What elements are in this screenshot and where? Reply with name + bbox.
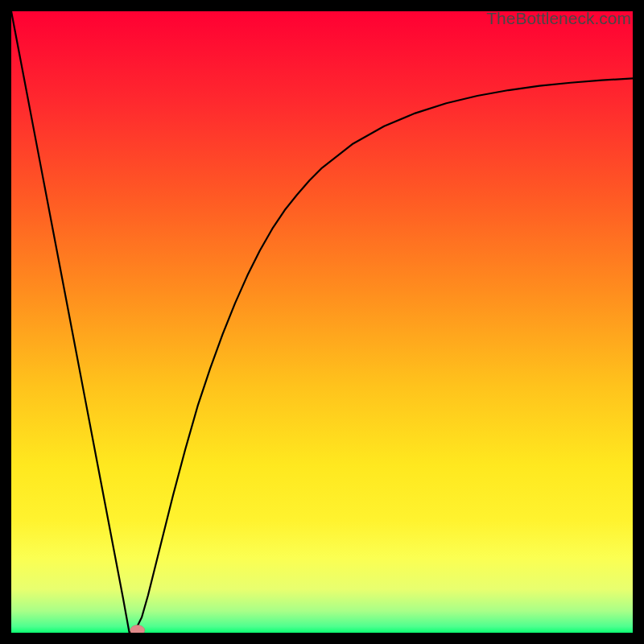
curve-line (11, 11, 633, 633)
chart-container: { "watermark": "TheBottleneck.com", "cha… (0, 0, 644, 644)
minimum-marker (130, 625, 145, 634)
plot-area: TheBottleneck.com (11, 11, 633, 633)
chart-curve-layer (11, 11, 633, 633)
watermark-label: TheBottleneck.com (486, 9, 631, 28)
